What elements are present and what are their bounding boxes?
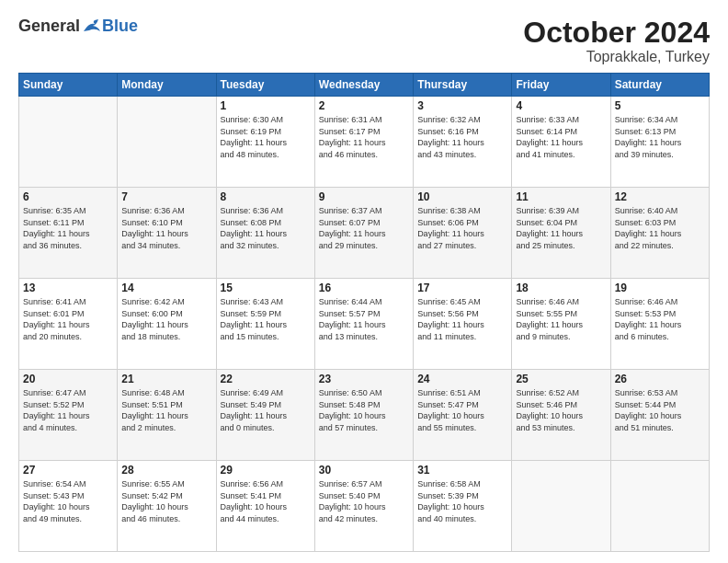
day-info: Sunrise: 6:33 AM Sunset: 6:14 PM Dayligh… [516, 114, 606, 160]
day-number: 26 [615, 373, 705, 385]
calendar-cell: 2Sunrise: 6:31 AM Sunset: 6:17 PM Daylig… [314, 97, 413, 188]
col-header-saturday: Saturday [610, 74, 709, 97]
day-info: Sunrise: 6:53 AM Sunset: 5:44 PM Dayligh… [615, 387, 705, 433]
col-header-friday: Friday [512, 74, 610, 97]
day-info: Sunrise: 6:36 AM Sunset: 6:08 PM Dayligh… [221, 205, 311, 251]
day-info: Sunrise: 6:32 AM Sunset: 6:16 PM Dayligh… [417, 114, 507, 160]
day-number: 29 [221, 464, 311, 477]
day-number: 4 [516, 99, 606, 112]
calendar-cell [118, 97, 216, 188]
day-number: 21 [121, 373, 211, 385]
calendar-cell: 15Sunrise: 6:43 AM Sunset: 5:59 PM Dayli… [216, 279, 314, 370]
day-info: Sunrise: 6:38 AM Sunset: 6:06 PM Dayligh… [417, 205, 507, 251]
week-row-3: 13Sunrise: 6:41 AM Sunset: 6:01 PM Dayli… [19, 279, 710, 370]
header: General Blue October 2024 Toprakkale, Tu… [18, 17, 710, 65]
day-number: 9 [319, 190, 409, 203]
calendar-cell: 17Sunrise: 6:45 AM Sunset: 5:56 PM Dayli… [414, 279, 512, 370]
calendar-cell [512, 461, 610, 552]
day-number: 19 [615, 282, 705, 294]
calendar-cell: 12Sunrise: 6:40 AM Sunset: 6:03 PM Dayli… [610, 188, 709, 279]
calendar-table: SundayMondayTuesdayWednesdayThursdayFrid… [18, 73, 710, 552]
calendar-cell: 25Sunrise: 6:52 AM Sunset: 5:46 PM Dayli… [512, 370, 610, 461]
day-number: 7 [121, 190, 211, 203]
day-info: Sunrise: 6:42 AM Sunset: 6:00 PM Dayligh… [121, 296, 211, 342]
logo-bird-icon [82, 18, 102, 35]
day-number: 23 [319, 373, 409, 385]
week-row-1: 1Sunrise: 6:30 AM Sunset: 6:19 PM Daylig… [19, 97, 710, 188]
day-number: 22 [221, 373, 311, 385]
day-number: 18 [516, 282, 606, 294]
day-number: 14 [121, 282, 211, 294]
col-header-thursday: Thursday [414, 74, 512, 97]
day-number: 13 [23, 282, 113, 294]
calendar-header-row: SundayMondayTuesdayWednesdayThursdayFrid… [19, 74, 710, 97]
day-number: 6 [23, 190, 113, 203]
day-number: 8 [221, 190, 311, 203]
page: General Blue October 2024 Toprakkale, Tu… [0, 0, 728, 563]
day-info: Sunrise: 6:57 AM Sunset: 5:40 PM Dayligh… [319, 478, 409, 524]
calendar-cell: 6Sunrise: 6:35 AM Sunset: 6:11 PM Daylig… [19, 188, 118, 279]
calendar-cell: 23Sunrise: 6:50 AM Sunset: 5:48 PM Dayli… [314, 370, 413, 461]
title-area: October 2024 Toprakkale, Turkey [523, 17, 710, 65]
day-info: Sunrise: 6:44 AM Sunset: 5:57 PM Dayligh… [319, 296, 409, 342]
calendar-cell: 8Sunrise: 6:36 AM Sunset: 6:08 PM Daylig… [216, 188, 314, 279]
calendar-cell: 27Sunrise: 6:54 AM Sunset: 5:43 PM Dayli… [19, 461, 118, 552]
calendar-cell: 13Sunrise: 6:41 AM Sunset: 6:01 PM Dayli… [19, 279, 118, 370]
calendar-cell: 21Sunrise: 6:48 AM Sunset: 5:51 PM Dayli… [118, 370, 216, 461]
week-row-2: 6Sunrise: 6:35 AM Sunset: 6:11 PM Daylig… [19, 188, 710, 279]
day-info: Sunrise: 6:54 AM Sunset: 5:43 PM Dayligh… [23, 478, 113, 524]
day-info: Sunrise: 6:47 AM Sunset: 5:52 PM Dayligh… [23, 387, 113, 433]
calendar-cell: 29Sunrise: 6:56 AM Sunset: 5:41 PM Dayli… [216, 461, 314, 552]
day-number: 30 [319, 464, 409, 477]
location: Toprakkale, Turkey [523, 49, 710, 65]
calendar-cell: 3Sunrise: 6:32 AM Sunset: 6:16 PM Daylig… [414, 97, 512, 188]
day-number: 27 [23, 464, 113, 477]
calendar-cell [610, 461, 709, 552]
day-number: 20 [23, 373, 113, 385]
day-info: Sunrise: 6:48 AM Sunset: 5:51 PM Dayligh… [121, 387, 211, 433]
day-info: Sunrise: 6:50 AM Sunset: 5:48 PM Dayligh… [319, 387, 409, 433]
month-title: October 2024 [523, 17, 710, 49]
day-info: Sunrise: 6:46 AM Sunset: 5:55 PM Dayligh… [516, 296, 606, 342]
col-header-monday: Monday [118, 74, 216, 97]
col-header-tuesday: Tuesday [216, 74, 314, 97]
day-info: Sunrise: 6:37 AM Sunset: 6:07 PM Dayligh… [319, 205, 409, 251]
calendar-cell: 9Sunrise: 6:37 AM Sunset: 6:07 PM Daylig… [314, 188, 413, 279]
day-info: Sunrise: 6:56 AM Sunset: 5:41 PM Dayligh… [221, 478, 311, 524]
day-number: 3 [417, 99, 507, 112]
day-number: 5 [615, 99, 705, 112]
day-info: Sunrise: 6:52 AM Sunset: 5:46 PM Dayligh… [516, 387, 606, 433]
logo-blue: Blue [102, 17, 138, 36]
day-number: 2 [319, 99, 409, 112]
calendar-cell: 11Sunrise: 6:39 AM Sunset: 6:04 PM Dayli… [512, 188, 610, 279]
calendar-cell: 30Sunrise: 6:57 AM Sunset: 5:40 PM Dayli… [314, 461, 413, 552]
calendar-cell [19, 97, 118, 188]
calendar-cell: 26Sunrise: 6:53 AM Sunset: 5:44 PM Dayli… [610, 370, 709, 461]
day-number: 16 [319, 282, 409, 294]
day-info: Sunrise: 6:39 AM Sunset: 6:04 PM Dayligh… [516, 205, 606, 251]
day-info: Sunrise: 6:41 AM Sunset: 6:01 PM Dayligh… [23, 296, 113, 342]
calendar-cell: 19Sunrise: 6:46 AM Sunset: 5:53 PM Dayli… [610, 279, 709, 370]
day-info: Sunrise: 6:30 AM Sunset: 6:19 PM Dayligh… [221, 114, 311, 160]
col-header-sunday: Sunday [19, 74, 118, 97]
day-number: 11 [516, 190, 606, 203]
calendar-cell: 4Sunrise: 6:33 AM Sunset: 6:14 PM Daylig… [512, 97, 610, 188]
day-number: 31 [417, 464, 507, 477]
day-info: Sunrise: 6:36 AM Sunset: 6:10 PM Dayligh… [121, 205, 211, 251]
calendar-cell: 16Sunrise: 6:44 AM Sunset: 5:57 PM Dayli… [314, 279, 413, 370]
calendar-cell: 14Sunrise: 6:42 AM Sunset: 6:00 PM Dayli… [118, 279, 216, 370]
day-number: 17 [417, 282, 507, 294]
day-info: Sunrise: 6:45 AM Sunset: 5:56 PM Dayligh… [417, 296, 507, 342]
day-info: Sunrise: 6:46 AM Sunset: 5:53 PM Dayligh… [615, 296, 705, 342]
day-number: 15 [221, 282, 311, 294]
day-number: 12 [615, 190, 705, 203]
logo: General Blue [18, 17, 138, 36]
week-row-5: 27Sunrise: 6:54 AM Sunset: 5:43 PM Dayli… [19, 461, 710, 552]
col-header-wednesday: Wednesday [314, 74, 413, 97]
calendar-cell: 31Sunrise: 6:58 AM Sunset: 5:39 PM Dayli… [414, 461, 512, 552]
day-info: Sunrise: 6:31 AM Sunset: 6:17 PM Dayligh… [319, 114, 409, 160]
week-row-4: 20Sunrise: 6:47 AM Sunset: 5:52 PM Dayli… [19, 370, 710, 461]
day-number: 24 [417, 373, 507, 385]
day-number: 25 [516, 373, 606, 385]
day-info: Sunrise: 6:43 AM Sunset: 5:59 PM Dayligh… [221, 296, 311, 342]
